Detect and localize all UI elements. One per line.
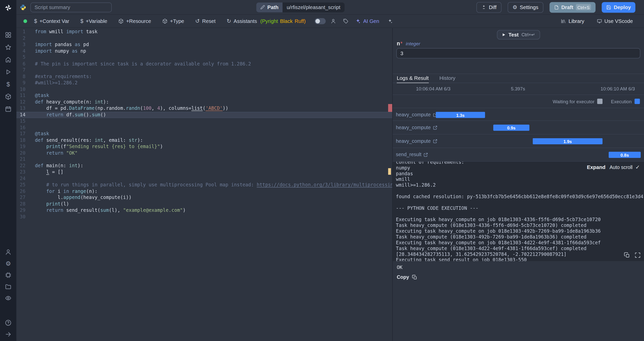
expand-sidebar-icon[interactable] <box>5 331 12 338</box>
logs-viewer[interactable]: content of requirements:numpypandaswmill… <box>393 162 644 261</box>
ai-wand-icon <box>355 18 361 24</box>
log-line: wmill <box>396 176 641 182</box>
use-vscode-button[interactable]: Use VScode <box>596 18 633 24</box>
help-icon[interactable] <box>5 320 12 326</box>
line-number: 28 <box>18 201 25 207</box>
job-link[interactable]: heavy_compute <box>396 138 437 144</box>
schedules-icon[interactable] <box>5 106 12 112</box>
code-line-7[interactable]: 7 <box>16 67 392 73</box>
code-line-3[interactable]: 3import pandas as pd <box>16 42 392 48</box>
code-line-18[interactable]: 18def send_result(res: int, email: str): <box>16 137 392 143</box>
settings-gear-icon[interactable]: ⚙ <box>5 260 12 267</box>
code-line-27[interactable]: 27 l.append(heavy_compute(i)) <box>16 194 392 201</box>
code-line-23[interactable]: 23 l = [] <box>16 169 392 175</box>
line-number: 25 <box>18 182 25 188</box>
code-line-10[interactable]: 10 <box>16 86 392 92</box>
add-context-var-button[interactable]: $ +Context Var <box>34 18 69 24</box>
star-icon[interactable] <box>5 44 12 51</box>
code-line-29[interactable]: 29 return send_result(sum(l), "example@e… <box>16 207 392 214</box>
code-line-25[interactable]: 25 # to run things in parallel, simply u… <box>16 182 392 188</box>
code-editor[interactable]: 1from wmill import task2 3import pandas … <box>16 28 392 341</box>
code-line-4[interactable]: 4import numpy as np <box>16 48 392 54</box>
deploy-button[interactable]: Deploy <box>602 2 635 12</box>
add-type-button[interactable]: +Type <box>162 18 184 24</box>
library-button[interactable]: Library <box>561 18 584 24</box>
play-icon <box>502 33 506 37</box>
tag-icon[interactable] <box>343 18 348 24</box>
log-line: Executing task heavy_compute on job 018e… <box>396 240 641 246</box>
code-line-19[interactable]: 19 print(f"Sending result {res} to {emai… <box>16 144 392 150</box>
code-line-26[interactable]: 26 for i in range(n): <box>16 188 392 194</box>
multiplayer-person-icon[interactable] <box>331 18 336 24</box>
ai-gen-button[interactable]: AI Gen <box>355 18 379 24</box>
assistants-toggle[interactable] <box>315 18 326 24</box>
code-line-12[interactable]: 12def heavy_compute(n: int): <box>16 99 392 105</box>
runs-icon[interactable] <box>5 69 12 75</box>
user-icon[interactable] <box>5 249 12 255</box>
draft-button[interactable]: Draft Ctrl+S <box>549 2 596 12</box>
code-line-21[interactable]: 21 <box>16 156 392 162</box>
code-line-6[interactable]: 6# The pin is important since task is a … <box>16 61 392 67</box>
diff-button[interactable]: Diff <box>476 2 501 12</box>
code-line-8[interactable]: 8#extra_requirements: <box>16 73 392 80</box>
tab-logs-result[interactable]: Logs & Result <box>397 75 429 83</box>
line-number: 27 <box>18 194 25 201</box>
code-line-15[interactable]: 15 <box>16 118 392 124</box>
test-button[interactable]: Test Ctrl+↵ <box>497 30 540 40</box>
code-line-24[interactable]: 24 <box>16 175 392 182</box>
job-link[interactable]: heavy_compute <box>396 112 437 118</box>
code-line-13[interactable]: 13 df = pd.DataFrame(np.random.randn(100… <box>16 105 392 112</box>
preview-panel: Test Ctrl+↵ n* integer Logs & Result His… <box>392 28 644 341</box>
log-line: found cached resolution: py-513b3fcb7b5e… <box>396 194 641 199</box>
run-duration: 5.397s <box>511 86 525 91</box>
code-line-14[interactable]: 14 return df.sum().sum() <box>16 112 392 118</box>
code-line-2[interactable]: 2 <box>16 35 392 42</box>
home-icon[interactable] <box>5 56 12 63</box>
autoscroll-toggle[interactable]: Auto scroll ✓ <box>610 164 640 170</box>
script-summary-input[interactable] <box>30 2 112 12</box>
tab-history[interactable]: History <box>439 75 456 83</box>
logs-controls: Expand Auto scroll ✓ <box>583 164 641 171</box>
code-line-1[interactable]: 1from wmill import task <box>16 29 392 35</box>
windmill-app: $ ⚙ <box>0 0 644 341</box>
arg-type: integer <box>406 41 420 46</box>
resources-icon[interactable] <box>5 93 12 100</box>
apps-icon[interactable] <box>5 32 12 38</box>
reset-button[interactable]: ↺ Reset <box>195 18 216 24</box>
line-number: 21 <box>18 156 25 162</box>
assistants-status[interactable]: (Pyright Black Ruff) <box>260 18 306 24</box>
expand-logs-button[interactable]: Expand <box>587 164 606 170</box>
folders-icon[interactable] <box>5 284 12 290</box>
workers-icon[interactable] <box>5 272 12 279</box>
code-line-11[interactable]: 11@task <box>16 92 392 99</box>
code-line-30[interactable]: 30 <box>16 214 392 220</box>
job-row: send_result0.8s <box>393 148 644 162</box>
line-number: 7 <box>18 67 25 73</box>
code-line-16[interactable]: 16 <box>16 124 392 131</box>
variables-icon[interactable]: $ <box>5 81 12 88</box>
add-resource-button[interactable]: +Resource <box>118 18 151 24</box>
maximize-logs-icon[interactable] <box>634 252 640 258</box>
code-line-20[interactable]: 20 return "OK" <box>16 150 392 156</box>
audit-eye-icon[interactable] <box>5 295 12 301</box>
arg-n-input[interactable] <box>396 48 640 58</box>
add-variable-button[interactable]: $ +Variable <box>80 18 107 24</box>
assistants-button[interactable]: ↻ Assistants <box>227 18 257 24</box>
path-button[interactable]: Path u/rfiszel/pleasant_script <box>256 2 345 12</box>
copy-logs-icon[interactable] <box>624 252 630 258</box>
header: Path u/rfiszel/pleasant_script Diff ⚙ Se… <box>16 0 644 15</box>
line-number: 9 <box>18 80 25 86</box>
job-link[interactable]: heavy_compute <box>396 125 437 130</box>
line-number: 4 <box>18 48 25 54</box>
code-line-9[interactable]: 9#wmill>=1.286.2 <box>16 80 392 86</box>
code-line-28[interactable]: 28 print(l) <box>16 201 392 207</box>
job-link[interactable]: send_result <box>396 152 428 157</box>
windmill-logo[interactable] <box>4 4 12 12</box>
copy-result-button[interactable]: Copy <box>397 274 417 280</box>
code-line-22[interactable]: 22def main(n: int): <box>16 163 392 169</box>
log-line: Task heavy_compute (018e1303-4d22-4e9f-4… <box>396 246 641 251</box>
code-line-5[interactable]: 5 <box>16 54 392 61</box>
settings-button[interactable]: ⚙ Settings <box>508 2 543 12</box>
code-line-17[interactable]: 17@task <box>16 131 392 137</box>
sparkle-icon[interactable] <box>387 18 393 24</box>
